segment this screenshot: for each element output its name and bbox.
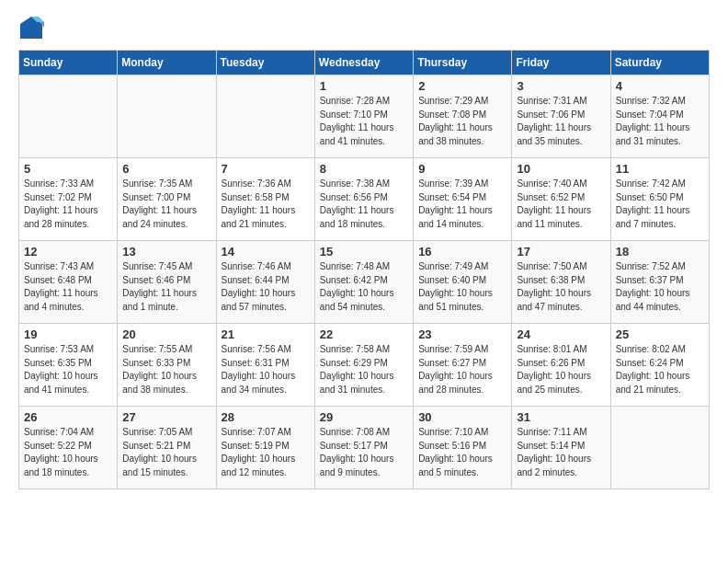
day-number: 11 xyxy=(616,162,704,176)
day-number: 31 xyxy=(517,410,605,424)
day-info: Sunrise: 7:55 AM Sunset: 6:33 PM Dayligh… xyxy=(122,343,210,396)
calendar-cell: 16Sunrise: 7:49 AM Sunset: 6:40 PM Dayli… xyxy=(414,241,512,324)
calendar-cell: 26Sunrise: 7:04 AM Sunset: 5:22 PM Dayli… xyxy=(19,407,118,489)
day-info: Sunrise: 7:45 AM Sunset: 6:46 PM Dayligh… xyxy=(122,260,210,314)
calendar-cell: 22Sunrise: 7:58 AM Sunset: 6:29 PM Dayli… xyxy=(314,324,413,407)
weekday-header-row: SundayMondayTuesdayWednesdayThursdayFrid… xyxy=(19,51,710,75)
day-info: Sunrise: 7:52 AM Sunset: 6:37 PM Dayligh… xyxy=(616,260,704,314)
day-info: Sunrise: 7:50 AM Sunset: 6:38 PM Dayligh… xyxy=(517,260,605,314)
weekday-header-friday: Friday xyxy=(512,51,610,75)
calendar-cell xyxy=(216,75,314,158)
day-info: Sunrise: 7:53 AM Sunset: 6:35 PM Dayligh… xyxy=(24,343,112,396)
day-number: 9 xyxy=(418,162,506,176)
calendar-body: 1Sunrise: 7:28 AM Sunset: 7:10 PM Daylig… xyxy=(19,75,710,489)
calendar-cell: 24Sunrise: 8:01 AM Sunset: 6:26 PM Dayli… xyxy=(512,324,610,407)
day-number: 22 xyxy=(320,327,408,341)
calendar-container: SundayMondayTuesdayWednesdayThursdayFrid… xyxy=(0,0,728,504)
day-number: 14 xyxy=(222,245,310,259)
calendar-cell xyxy=(610,407,709,489)
day-number: 16 xyxy=(418,245,506,259)
day-number: 19 xyxy=(24,327,112,341)
calendar-cell: 7Sunrise: 7:36 AM Sunset: 6:58 PM Daylig… xyxy=(216,158,314,241)
day-info: Sunrise: 7:07 AM Sunset: 5:19 PM Dayligh… xyxy=(222,426,310,479)
calendar-cell: 23Sunrise: 7:59 AM Sunset: 6:27 PM Dayli… xyxy=(414,324,512,407)
day-number: 6 xyxy=(122,162,210,176)
day-info: Sunrise: 7:59 AM Sunset: 6:27 PM Dayligh… xyxy=(418,343,506,396)
day-info: Sunrise: 7:58 AM Sunset: 6:29 PM Dayligh… xyxy=(320,343,408,396)
calendar-week-4: 26Sunrise: 7:04 AM Sunset: 5:22 PM Dayli… xyxy=(19,407,710,489)
day-number: 1 xyxy=(320,79,408,93)
day-info: Sunrise: 7:08 AM Sunset: 5:17 PM Dayligh… xyxy=(320,426,408,479)
calendar-cell: 17Sunrise: 7:50 AM Sunset: 6:38 PM Dayli… xyxy=(512,241,610,324)
day-info: Sunrise: 7:43 AM Sunset: 6:48 PM Dayligh… xyxy=(24,260,112,314)
day-number: 23 xyxy=(418,327,506,341)
day-number: 7 xyxy=(222,162,310,176)
day-number: 24 xyxy=(517,327,605,341)
day-number: 30 xyxy=(418,410,506,424)
day-info: Sunrise: 7:40 AM Sunset: 6:52 PM Dayligh… xyxy=(517,178,605,231)
calendar-cell: 31Sunrise: 7:11 AM Sunset: 5:14 PM Dayli… xyxy=(512,407,610,489)
calendar-cell: 18Sunrise: 7:52 AM Sunset: 6:37 PM Dayli… xyxy=(610,241,709,324)
day-info: Sunrise: 7:33 AM Sunset: 7:02 PM Dayligh… xyxy=(24,178,112,231)
day-info: Sunrise: 7:39 AM Sunset: 6:54 PM Dayligh… xyxy=(418,178,506,231)
calendar-cell: 28Sunrise: 7:07 AM Sunset: 5:19 PM Dayli… xyxy=(216,407,314,489)
day-number: 12 xyxy=(24,245,112,259)
calendar-cell: 10Sunrise: 7:40 AM Sunset: 6:52 PM Dayli… xyxy=(512,158,610,241)
calendar-cell: 6Sunrise: 7:35 AM Sunset: 7:00 PM Daylig… xyxy=(118,158,216,241)
weekday-header-monday: Monday xyxy=(118,51,216,75)
day-info: Sunrise: 7:38 AM Sunset: 6:56 PM Dayligh… xyxy=(320,178,408,231)
calendar-cell: 27Sunrise: 7:05 AM Sunset: 5:21 PM Dayli… xyxy=(118,407,216,489)
day-number: 18 xyxy=(616,245,704,259)
day-info: Sunrise: 7:35 AM Sunset: 7:00 PM Dayligh… xyxy=(122,178,210,231)
day-info: Sunrise: 7:49 AM Sunset: 6:40 PM Dayligh… xyxy=(418,260,506,314)
header xyxy=(18,15,710,40)
calendar-cell: 2Sunrise: 7:29 AM Sunset: 7:08 PM Daylig… xyxy=(414,75,512,158)
weekday-header-tuesday: Tuesday xyxy=(216,51,314,75)
day-info: Sunrise: 7:29 AM Sunset: 7:08 PM Dayligh… xyxy=(418,95,506,148)
day-info: Sunrise: 7:10 AM Sunset: 5:16 PM Dayligh… xyxy=(418,426,506,479)
calendar-cell: 20Sunrise: 7:55 AM Sunset: 6:33 PM Dayli… xyxy=(118,324,216,407)
day-info: Sunrise: 7:04 AM Sunset: 5:22 PM Dayligh… xyxy=(24,426,112,479)
day-info: Sunrise: 7:36 AM Sunset: 6:58 PM Dayligh… xyxy=(222,178,310,231)
day-number: 3 xyxy=(517,79,605,93)
calendar-cell: 5Sunrise: 7:33 AM Sunset: 7:02 PM Daylig… xyxy=(19,158,118,241)
day-number: 29 xyxy=(320,410,408,424)
day-number: 21 xyxy=(222,327,310,341)
day-info: Sunrise: 7:31 AM Sunset: 7:06 PM Dayligh… xyxy=(517,95,605,148)
day-number: 26 xyxy=(24,410,112,424)
calendar-cell: 9Sunrise: 7:39 AM Sunset: 6:54 PM Daylig… xyxy=(414,158,512,241)
calendar-cell xyxy=(118,75,216,158)
calendar-cell: 14Sunrise: 7:46 AM Sunset: 6:44 PM Dayli… xyxy=(216,241,314,324)
calendar-table: SundayMondayTuesdayWednesdayThursdayFrid… xyxy=(18,50,710,489)
day-number: 28 xyxy=(222,410,310,424)
day-number: 13 xyxy=(122,245,210,259)
calendar-cell xyxy=(19,75,118,158)
day-info: Sunrise: 8:01 AM Sunset: 6:26 PM Dayligh… xyxy=(517,343,605,396)
calendar-cell: 19Sunrise: 7:53 AM Sunset: 6:35 PM Dayli… xyxy=(19,324,118,407)
calendar-cell: 21Sunrise: 7:56 AM Sunset: 6:31 PM Dayli… xyxy=(216,324,314,407)
weekday-header-wednesday: Wednesday xyxy=(314,51,413,75)
logo xyxy=(18,15,48,40)
day-info: Sunrise: 8:02 AM Sunset: 6:24 PM Dayligh… xyxy=(616,343,704,396)
day-info: Sunrise: 7:48 AM Sunset: 6:42 PM Dayligh… xyxy=(320,260,408,314)
calendar-cell: 15Sunrise: 7:48 AM Sunset: 6:42 PM Dayli… xyxy=(314,241,413,324)
calendar-week-3: 19Sunrise: 7:53 AM Sunset: 6:35 PM Dayli… xyxy=(19,324,710,407)
calendar-cell: 25Sunrise: 8:02 AM Sunset: 6:24 PM Dayli… xyxy=(610,324,709,407)
day-info: Sunrise: 7:46 AM Sunset: 6:44 PM Dayligh… xyxy=(222,260,310,314)
calendar-cell: 30Sunrise: 7:10 AM Sunset: 5:16 PM Dayli… xyxy=(414,407,512,489)
day-info: Sunrise: 7:42 AM Sunset: 6:50 PM Dayligh… xyxy=(616,178,704,231)
logo-icon xyxy=(18,15,44,40)
calendar-cell: 11Sunrise: 7:42 AM Sunset: 6:50 PM Dayli… xyxy=(610,158,709,241)
day-number: 8 xyxy=(320,162,408,176)
calendar-week-1: 5Sunrise: 7:33 AM Sunset: 7:02 PM Daylig… xyxy=(19,158,710,241)
calendar-cell: 4Sunrise: 7:32 AM Sunset: 7:04 PM Daylig… xyxy=(610,75,709,158)
day-info: Sunrise: 7:05 AM Sunset: 5:21 PM Dayligh… xyxy=(122,426,210,479)
calendar-cell: 3Sunrise: 7:31 AM Sunset: 7:06 PM Daylig… xyxy=(512,75,610,158)
day-number: 25 xyxy=(616,327,704,341)
day-info: Sunrise: 7:11 AM Sunset: 5:14 PM Dayligh… xyxy=(517,426,605,479)
day-number: 15 xyxy=(320,245,408,259)
calendar-week-2: 12Sunrise: 7:43 AM Sunset: 6:48 PM Dayli… xyxy=(19,241,710,324)
day-number: 10 xyxy=(517,162,605,176)
day-number: 4 xyxy=(616,79,704,93)
weekday-header-saturday: Saturday xyxy=(610,51,709,75)
